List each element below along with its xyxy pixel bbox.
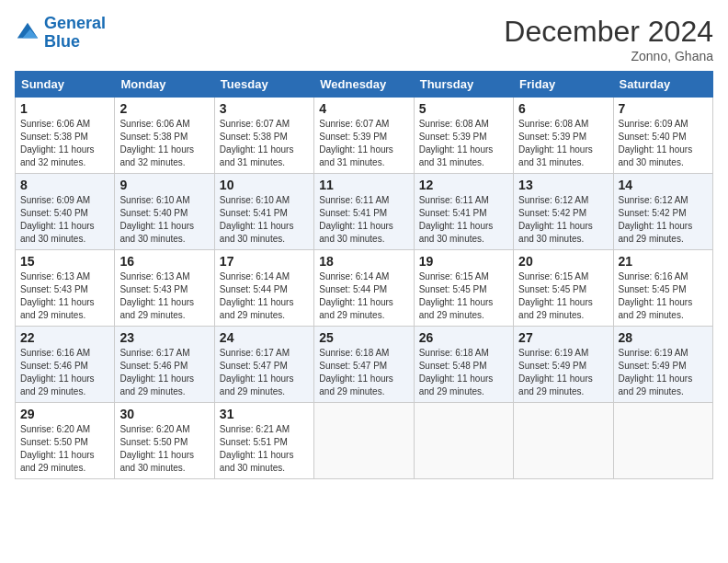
day-number: 23 — [119, 330, 209, 345]
calendar-cell: 3 Sunrise: 6:07 AMSunset: 5:38 PMDayligh… — [214, 98, 313, 174]
day-detail: Sunrise: 6:12 AMSunset: 5:42 PMDaylight:… — [619, 195, 693, 244]
calendar-cell: 1 Sunrise: 6:06 AMSunset: 5:38 PMDayligh… — [16, 98, 115, 174]
day-number: 6 — [518, 101, 608, 116]
calendar-cell: 7 Sunrise: 6:09 AMSunset: 5:40 PMDayligh… — [613, 98, 712, 174]
day-number: 15 — [20, 254, 109, 269]
calendar-cell: 30 Sunrise: 6:20 AMSunset: 5:50 PMDaylig… — [115, 403, 214, 479]
day-number: 18 — [319, 254, 408, 269]
day-detail: Sunrise: 6:06 AMSunset: 5:38 PMDaylight:… — [20, 119, 95, 167]
day-number: 26 — [419, 330, 508, 345]
day-detail: Sunrise: 6:09 AMSunset: 5:40 PMDaylight:… — [619, 119, 693, 167]
calendar-week-row: 29 Sunrise: 6:20 AMSunset: 5:50 PMDaylig… — [16, 403, 713, 479]
day-detail: Sunrise: 6:08 AMSunset: 5:39 PMDaylight:… — [518, 119, 593, 167]
day-detail: Sunrise: 6:17 AMSunset: 5:47 PMDaylight:… — [220, 348, 294, 396]
day-detail: Sunrise: 6:07 AMSunset: 5:39 PMDaylight:… — [319, 119, 393, 167]
calendar-cell: 22 Sunrise: 6:16 AMSunset: 5:46 PMDaylig… — [16, 327, 115, 403]
calendar-cell: 25 Sunrise: 6:18 AMSunset: 5:47 PMDaylig… — [314, 327, 414, 403]
header-monday: Monday — [115, 72, 214, 98]
day-detail: Sunrise: 6:10 AMSunset: 5:40 PMDaylight:… — [119, 195, 194, 244]
day-detail: Sunrise: 6:20 AMSunset: 5:50 PMDaylight:… — [119, 424, 194, 473]
logo-general: General — [44, 14, 106, 32]
day-number: 28 — [619, 330, 708, 345]
day-number: 31 — [220, 407, 309, 421]
day-number: 4 — [319, 101, 408, 116]
calendar-cell: 19 Sunrise: 6:15 AMSunset: 5:45 PMDaylig… — [414, 250, 513, 327]
day-number: 29 — [20, 407, 109, 421]
day-number: 3 — [220, 101, 309, 116]
logo-icon — [15, 20, 40, 46]
calendar-cell: 27 Sunrise: 6:19 AMSunset: 5:49 PMDaylig… — [514, 327, 613, 403]
day-detail: Sunrise: 6:17 AMSunset: 5:46 PMDaylight:… — [119, 348, 194, 396]
day-number: 12 — [419, 178, 508, 192]
day-number: 27 — [518, 330, 608, 345]
day-detail: Sunrise: 6:16 AMSunset: 5:46 PMDaylight:… — [20, 348, 95, 396]
day-detail: Sunrise: 6:15 AMSunset: 5:45 PMDaylight:… — [419, 271, 494, 320]
day-number: 5 — [419, 101, 508, 116]
calendar-week-row: 1 Sunrise: 6:06 AMSunset: 5:38 PMDayligh… — [16, 98, 713, 174]
header-wednesday: Wednesday — [314, 72, 414, 98]
day-detail: Sunrise: 6:12 AMSunset: 5:42 PMDaylight:… — [518, 195, 593, 244]
day-detail: Sunrise: 6:13 AMSunset: 5:43 PMDaylight:… — [119, 271, 194, 320]
day-number: 24 — [220, 330, 309, 345]
day-number: 1 — [20, 101, 109, 116]
calendar-cell: 12 Sunrise: 6:11 AMSunset: 5:41 PMDaylig… — [414, 174, 513, 250]
day-detail: Sunrise: 6:07 AMSunset: 5:38 PMDaylight:… — [220, 119, 294, 167]
day-detail: Sunrise: 6:14 AMSunset: 5:44 PMDaylight:… — [319, 271, 393, 320]
calendar-cell — [514, 403, 613, 479]
calendar-cell: 18 Sunrise: 6:14 AMSunset: 5:44 PMDaylig… — [314, 250, 414, 327]
day-detail: Sunrise: 6:14 AMSunset: 5:44 PMDaylight:… — [220, 271, 294, 320]
calendar-week-row: 15 Sunrise: 6:13 AMSunset: 5:43 PMDaylig… — [16, 250, 713, 327]
calendar-cell — [414, 403, 513, 479]
day-detail: Sunrise: 6:06 AMSunset: 5:38 PMDaylight:… — [119, 119, 194, 167]
day-number: 11 — [319, 178, 408, 192]
day-detail: Sunrise: 6:10 AMSunset: 5:41 PMDaylight:… — [220, 195, 294, 244]
header-sunday: Sunday — [16, 72, 115, 98]
calendar-cell: 2 Sunrise: 6:06 AMSunset: 5:38 PMDayligh… — [115, 98, 214, 174]
page-header: General Blue December 2024 Zonno, Ghana — [15, 15, 713, 63]
day-detail: Sunrise: 6:11 AMSunset: 5:41 PMDaylight:… — [419, 195, 494, 244]
day-detail: Sunrise: 6:13 AMSunset: 5:43 PMDaylight:… — [20, 271, 95, 320]
calendar-cell: 11 Sunrise: 6:11 AMSunset: 5:41 PMDaylig… — [314, 174, 414, 250]
calendar-table: SundayMondayTuesdayWednesdayThursdayFrid… — [15, 71, 713, 479]
calendar-cell: 20 Sunrise: 6:15 AMSunset: 5:45 PMDaylig… — [514, 250, 613, 327]
day-number: 9 — [119, 178, 209, 192]
logo-blue: Blue — [44, 32, 80, 51]
day-number: 17 — [220, 254, 309, 269]
day-detail: Sunrise: 6:11 AMSunset: 5:41 PMDaylight:… — [319, 195, 393, 244]
calendar-cell: 14 Sunrise: 6:12 AMSunset: 5:42 PMDaylig… — [613, 174, 712, 250]
day-number: 10 — [220, 178, 309, 192]
title-block: December 2024 Zonno, Ghana — [504, 15, 713, 63]
calendar-cell: 26 Sunrise: 6:18 AMSunset: 5:48 PMDaylig… — [414, 327, 513, 403]
calendar-cell: 24 Sunrise: 6:17 AMSunset: 5:47 PMDaylig… — [214, 327, 313, 403]
calendar-cell — [314, 403, 414, 479]
calendar-cell: 21 Sunrise: 6:16 AMSunset: 5:45 PMDaylig… — [613, 250, 712, 327]
calendar-cell: 15 Sunrise: 6:13 AMSunset: 5:43 PMDaylig… — [16, 250, 115, 327]
day-detail: Sunrise: 6:16 AMSunset: 5:45 PMDaylight:… — [619, 271, 693, 320]
calendar-week-row: 8 Sunrise: 6:09 AMSunset: 5:40 PMDayligh… — [16, 174, 713, 250]
calendar-cell: 28 Sunrise: 6:19 AMSunset: 5:49 PMDaylig… — [613, 327, 712, 403]
day-number: 19 — [419, 254, 508, 269]
calendar-week-row: 22 Sunrise: 6:16 AMSunset: 5:46 PMDaylig… — [16, 327, 713, 403]
calendar-cell: 17 Sunrise: 6:14 AMSunset: 5:44 PMDaylig… — [214, 250, 313, 327]
calendar-cell: 9 Sunrise: 6:10 AMSunset: 5:40 PMDayligh… — [115, 174, 214, 250]
day-number: 20 — [518, 254, 608, 269]
day-detail: Sunrise: 6:08 AMSunset: 5:39 PMDaylight:… — [419, 119, 494, 167]
header-tuesday: Tuesday — [214, 72, 313, 98]
calendar-cell: 23 Sunrise: 6:17 AMSunset: 5:46 PMDaylig… — [115, 327, 214, 403]
logo-text: General Blue — [44, 15, 106, 52]
calendar-cell: 8 Sunrise: 6:09 AMSunset: 5:40 PMDayligh… — [16, 174, 115, 250]
header-saturday: Saturday — [613, 72, 712, 98]
day-number: 13 — [518, 178, 608, 192]
day-number: 14 — [619, 178, 708, 192]
calendar-cell: 16 Sunrise: 6:13 AMSunset: 5:43 PMDaylig… — [115, 250, 214, 327]
location: Zonno, Ghana — [504, 49, 713, 63]
day-detail: Sunrise: 6:21 AMSunset: 5:51 PMDaylight:… — [220, 424, 294, 473]
day-detail: Sunrise: 6:15 AMSunset: 5:45 PMDaylight:… — [518, 271, 593, 320]
header-friday: Friday — [514, 72, 613, 98]
calendar-cell: 10 Sunrise: 6:10 AMSunset: 5:41 PMDaylig… — [214, 174, 313, 250]
day-number: 16 — [119, 254, 209, 269]
day-detail: Sunrise: 6:18 AMSunset: 5:47 PMDaylight:… — [319, 348, 393, 396]
month-title: December 2024 — [504, 15, 713, 49]
calendar-header-row: SundayMondayTuesdayWednesdayThursdayFrid… — [16, 72, 713, 98]
calendar-cell: 5 Sunrise: 6:08 AMSunset: 5:39 PMDayligh… — [414, 98, 513, 174]
